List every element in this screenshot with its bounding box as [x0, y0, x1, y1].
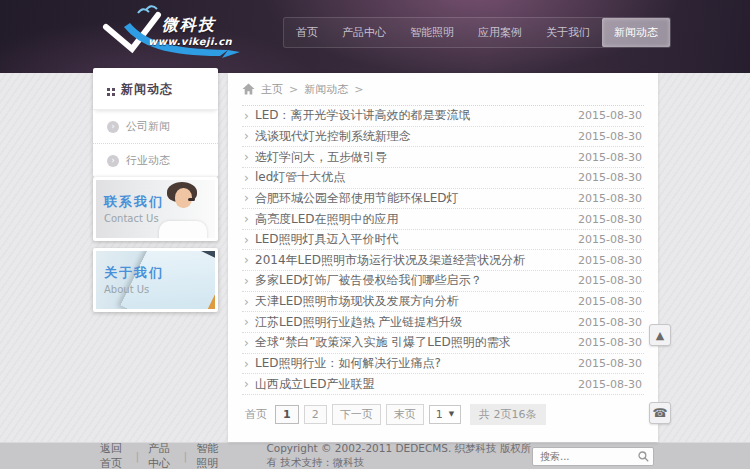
chevron-bullet-icon: ›	[242, 253, 255, 267]
breadcrumb-link[interactable]: 新闻动态	[304, 82, 348, 97]
news-date: 2015-08-30	[578, 357, 644, 370]
news-date: 2015-08-30	[578, 151, 644, 164]
main-nav: 首页 产品中心 智能照明 应用案例 关于我们 新闻	[283, 17, 671, 48]
news-list-item[interactable]: › LED照明行业：如何解决行业痛点? 2015-08-30	[242, 354, 644, 375]
footer: 返回首页 | 产品中心 | 智能照明 | Copyright © 2002-20…	[0, 442, 750, 469]
about-banner-image: 关于我们 About Us	[96, 251, 215, 309]
page-select-dropdown[interactable]: 1 ▼	[429, 405, 461, 424]
news-title: 江苏LED照明行业趋热 产业链提档升级	[255, 314, 578, 331]
nav-item[interactable]: 新闻动态	[602, 18, 670, 47]
agent-body-shape	[159, 221, 207, 238]
sidebar-link[interactable]: › 行业动态	[93, 144, 218, 177]
pagination-last-button[interactable]: 末页	[386, 404, 424, 425]
footer-separator: |	[135, 450, 139, 463]
news-title: 浅谈现代灯光控制系统新理念	[255, 128, 578, 145]
footer-link[interactable]: 产品中心	[148, 441, 174, 469]
sidebar: 新闻动态 › 公司新闻 › 行业动态	[93, 68, 218, 177]
news-title: LED：离开光学设计讲高效的都是要流氓	[255, 107, 578, 124]
chevron-bullet-icon: ›	[242, 129, 255, 143]
news-title: 合肥环城公园全部使用节能环保LED灯	[255, 190, 578, 207]
pagination-next-button[interactable]: 下一页	[332, 404, 381, 425]
grid-icon	[107, 88, 110, 91]
pagination-pages: 1 2	[275, 405, 327, 424]
news-list-item[interactable]: › led灯管十大优点 2015-08-30	[242, 168, 644, 189]
sidebar-links: › 公司新闻 › 行业动态	[93, 110, 218, 177]
search-icon[interactable]	[638, 451, 649, 462]
footer-links: 返回首页 | 产品中心 | 智能照明 |	[100, 441, 228, 469]
news-date: 2015-08-30	[578, 295, 644, 308]
chevron-down-icon: ▼	[449, 410, 454, 418]
news-date: 2015-08-30	[578, 316, 644, 329]
chevron-bullet-icon: ›	[242, 357, 255, 371]
news-list-item[interactable]: › 2014年LED照明市场运行状况及渠道经营状况分析 2015-08-30	[242, 250, 644, 271]
sidebar-header: 新闻动态	[93, 68, 218, 110]
search-input[interactable]	[532, 447, 654, 466]
banner-subtitle: About Us	[104, 284, 164, 295]
footer-separator: |	[183, 450, 187, 463]
nav-item[interactable]: 首页	[284, 18, 330, 47]
nav-item[interactable]: 应用案例	[466, 18, 534, 47]
news-list-item[interactable]: › 全球“禁白”政策深入实施 引爆了LED照明的需求 2015-08-30	[242, 333, 644, 354]
nav-item[interactable]: 产品中心	[330, 18, 398, 47]
pagination-page-button[interactable]: 2	[304, 405, 327, 424]
news-list-item[interactable]: › 合肥环城公园全部使用节能环保LED灯 2015-08-30	[242, 189, 644, 210]
logo-name: 微科技	[162, 15, 216, 36]
home-icon	[242, 83, 255, 95]
sidebar-link[interactable]: › 公司新闻	[93, 110, 218, 144]
news-date: 2015-08-30	[578, 254, 644, 267]
headset-mic-shape	[188, 198, 195, 201]
footer-link[interactable]: 智能照明	[196, 441, 228, 469]
news-list-item[interactable]: › 天津LED照明市场现状及发展方向分析 2015-08-30	[242, 292, 644, 313]
pagination-page-button[interactable]: 1	[275, 405, 299, 424]
chevron-bullet-icon: ›	[242, 212, 255, 226]
news-title: led灯管十大优点	[255, 169, 578, 186]
site-logo[interactable]: 微科技 www.vikeji.cn	[100, 5, 270, 67]
page-select-value: 1	[436, 408, 443, 421]
news-list-item[interactable]: › LED照明灯具迈入平价时代 2015-08-30	[242, 230, 644, 251]
pagination-first-button[interactable]: 首页	[242, 405, 270, 424]
page: 微科技 www.vikeji.cn 首页 产品中心 智能照明 应用案例	[0, 0, 750, 469]
contact-phone-button[interactable]: ☎	[649, 402, 671, 424]
nav-item[interactable]: 关于我们	[534, 18, 602, 47]
news-date: 2015-08-30	[578, 274, 644, 287]
logo-url: www.vikeji.cn	[148, 36, 232, 47]
chevron-bullet-icon: ›	[242, 274, 255, 288]
banner-title: 关于我们	[104, 264, 164, 282]
banner-subtitle: Contact Us	[104, 213, 164, 224]
breadcrumb-separator: >	[354, 83, 363, 96]
chevron-bullet-icon: ›	[242, 109, 255, 123]
news-list-item[interactable]: › 多家LED灯饰厂被告侵权给我们哪些启示？ 2015-08-30	[242, 271, 644, 292]
news-list-item[interactable]: › 山西成立LED产业联盟 2015-08-30	[242, 374, 644, 395]
chevron-bullet-icon: ›	[242, 233, 255, 247]
news-title: LED照明行业：如何解决行业痛点?	[255, 355, 578, 372]
contact-banner-image: 联系我们 Contact Us	[96, 180, 215, 238]
circle-arrow-icon: ›	[107, 155, 119, 167]
news-date: 2015-08-30	[578, 171, 644, 184]
news-date: 2015-08-30	[578, 109, 644, 122]
news-list-item[interactable]: › LED：离开光学设计讲高效的都是要流氓 2015-08-30	[242, 106, 644, 127]
breadcrumb-separator: >	[289, 83, 298, 96]
copyright-text: Copyright © 2002-2011 DEDECMS. 织梦科技 版权所有…	[266, 442, 532, 469]
chevron-bullet-icon: ›	[242, 150, 255, 164]
footer-link[interactable]: 返回首页	[100, 441, 126, 469]
breadcrumb-link[interactable]: 主页	[261, 82, 283, 97]
scroll-to-top-button[interactable]: ▲	[649, 324, 671, 346]
news-date: 2015-08-30	[578, 336, 644, 349]
nav-item[interactable]: 智能照明	[398, 18, 466, 47]
news-list-item[interactable]: › 高亮度LED在照明中的应用 2015-08-30	[242, 209, 644, 230]
news-title: LED照明灯具迈入平价时代	[255, 231, 578, 248]
about-us-banner[interactable]: 关于我们 About Us	[93, 248, 218, 312]
news-list-item[interactable]: › 选灯学问大，五步做引导 2015-08-30	[242, 147, 644, 168]
news-title: 选灯学问大，五步做引导	[255, 149, 578, 166]
news-list-item[interactable]: › 江苏LED照明行业趋热 产业链提档升级 2015-08-30	[242, 312, 644, 333]
phone-icon: ☎	[653, 406, 668, 420]
news-list-item[interactable]: › 浅谈现代灯光控制系统新理念 2015-08-30	[242, 127, 644, 148]
contact-us-banner[interactable]: 联系我们 Contact Us	[93, 177, 218, 241]
news-list: › LED：离开光学设计讲高效的都是要流氓 2015-08-30 › 浅谈现代灯…	[242, 106, 644, 395]
banner-title: 联系我们	[104, 193, 164, 211]
news-date: 2015-08-30	[578, 130, 644, 143]
news-date: 2015-08-30	[578, 192, 644, 205]
pagination-summary: 共 2页16条	[470, 404, 546, 425]
news-title: 多家LED灯饰厂被告侵权给我们哪些启示？	[255, 272, 578, 289]
chevron-bullet-icon: ›	[242, 315, 255, 329]
